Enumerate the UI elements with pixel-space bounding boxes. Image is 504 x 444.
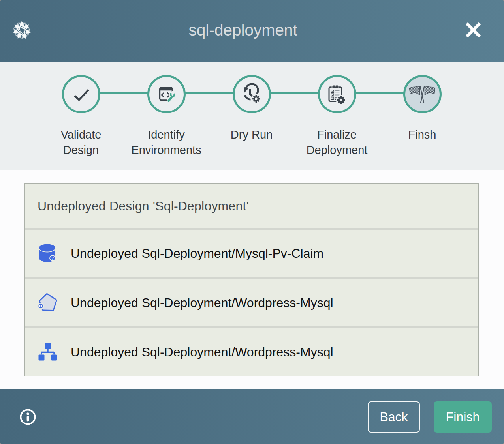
svg-text:?: ? <box>51 256 54 260</box>
